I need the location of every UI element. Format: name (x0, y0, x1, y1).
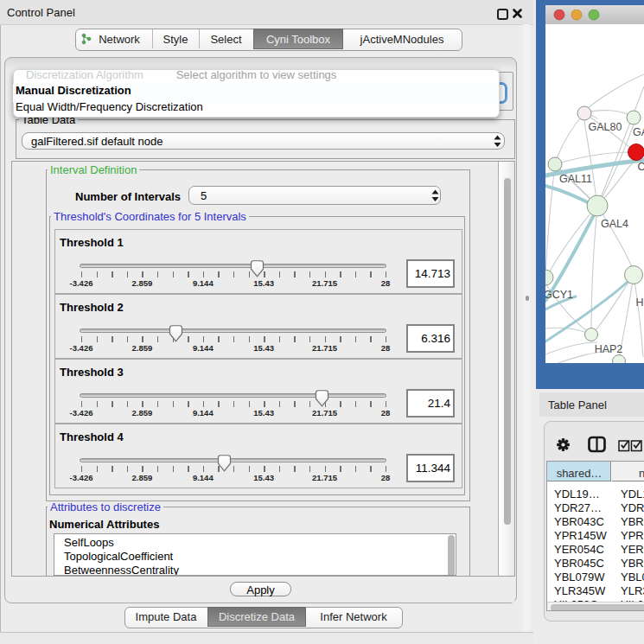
svg-text:GAL4: GAL4 (601, 218, 628, 230)
svg-text:C: C (637, 161, 644, 173)
svg-text:GAL80: GAL80 (589, 121, 622, 133)
svg-text:GA: GA (633, 126, 644, 138)
svg-text:HAP2: HAP2 (595, 343, 623, 355)
svg-text:GCY1: GCY1 (545, 289, 573, 301)
svg-text:GAL11: GAL11 (559, 173, 592, 185)
svg-text:H: H (635, 296, 643, 309)
